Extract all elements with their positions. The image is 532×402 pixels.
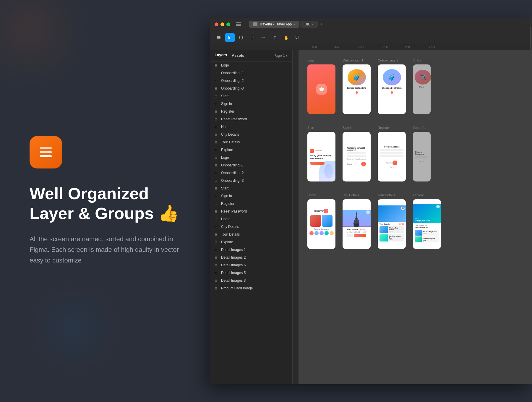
layer-item-detail2[interactable]: ⊞ Detail Images 2 — [210, 254, 292, 261]
layer-item-detail1[interactable]: ⊞ Detail Images 1 — [210, 246, 292, 254]
layer-item-register[interactable]: ⊞ Register — [210, 108, 292, 115]
layer-item-homeb[interactable]: ⊞ Home — [210, 215, 292, 223]
frame-label-onboard3: Onbo... — [413, 59, 424, 62]
layer-name: Start — [221, 186, 228, 190]
canvas-area[interactable]: Logo Onboarding -1 — [293, 50, 532, 384]
frame-start[interactable]: travelm Enjoy your holiday with travelm — [307, 132, 335, 181]
layer-item-city[interactable]: ⊞ City Details — [210, 131, 292, 138]
city-save-btn[interactable] — [347, 234, 353, 237]
frame-tool-btn[interactable] — [236, 33, 246, 42]
sing-card2-price: 1 day — [423, 241, 438, 242]
frame-onboard2[interactable]: 🧳 Choose a Destination — [378, 64, 406, 114]
canvas-content: Logo Onboarding -1 — [299, 50, 532, 384]
frame-tour[interactable]: ✕ Tour Details $3,400 — [378, 199, 406, 249]
layer-item-signinb[interactable]: ⊞ Sign in — [210, 192, 292, 200]
frame-onboard3[interactable]: ✈️ Fly to — [413, 64, 431, 114]
onboard1-text: Explore Destinations — [345, 87, 368, 89]
close-button[interactable] — [215, 22, 218, 26]
layer-item-onboard2[interactable]: ⊞ Onboarding -2 — [210, 77, 292, 85]
assets-tab[interactable]: Assets — [232, 53, 244, 58]
explore-close-btn[interactable] — [436, 205, 440, 208]
select-tool-btn[interactable] — [225, 33, 235, 42]
layer-item-detail5[interactable]: ⊞ Detail Images 5 — [210, 269, 292, 277]
layer-item-cityb[interactable]: ⊞ City Details — [210, 223, 292, 231]
signin-submit-btn[interactable]: › — [361, 162, 366, 166]
layer-item-logo-1[interactable]: ⊞ Logo — [210, 61, 292, 69]
frame-onboard1[interactable]: 🧳 Explore Destinations — [343, 64, 371, 114]
city-book-btn[interactable] — [354, 234, 366, 237]
paris-stat-3: ♡ 1,875 — [361, 231, 366, 233]
frame-home[interactable]: Discover Popular Category — [307, 199, 335, 249]
onboard2-img: 🧳 — [383, 69, 401, 85]
svg-marker-16 — [353, 220, 359, 223]
ruler-mark-3: -3000 — [349, 46, 372, 48]
layer-item-logo-2[interactable]: ⊞ Logo — [210, 154, 292, 161]
figma-main: Layers Assets Page 1 ▾ ⊞ Logo ⊞ Onboardi… — [210, 50, 532, 384]
star-icon: ★ — [347, 231, 348, 233]
maximize-button[interactable] — [226, 22, 230, 26]
grid-icon: ⊞ — [215, 79, 219, 83]
figma-ruler-top: -3500 -3250 -3000 -2750 -2500 -2250 — [210, 44, 532, 50]
layer-item-onboard1[interactable]: ⊞ Onboarding -1 — [210, 69, 292, 77]
frame-reset[interactable]: Reset a Password Send Co... — [413, 132, 431, 181]
figma-tab-uib[interactable]: UIB ▾ — [300, 21, 318, 28]
layer-item-product[interactable]: ⊞ Product Card Image — [210, 284, 292, 292]
layer-item-resetb[interactable]: ⊞ Reset Password — [210, 208, 292, 215]
grid-icon: ⊞ — [215, 64, 219, 67]
paris-info: Paris, France $1,500 ★ 4.9km ⊙ 825,411 — [345, 227, 368, 238]
layer-item-onboard1b[interactable]: ⊞ Onboarding -1 — [210, 161, 292, 169]
text-tool-btn[interactable]: T — [270, 33, 280, 42]
layer-item-signin[interactable]: ⊞ Sign in — [210, 100, 292, 108]
frame-city[interactable]: ✕ Paris, France $1,500 — [343, 199, 371, 249]
signin-options: Remember Forgot Password — [347, 158, 366, 160]
frame-label-tour: Tour Details — [378, 193, 395, 197]
grid-icon: ⊞ — [215, 125, 219, 129]
minimize-button[interactable] — [220, 22, 224, 26]
grid-icon: ⊞ — [215, 256, 219, 260]
frame-register[interactable]: Create Account Register › — [378, 132, 406, 181]
figma-tab-main[interactable]: Travelm - Travel App ▾ — [249, 21, 299, 28]
layers-tab[interactable]: Layers — [215, 53, 227, 58]
layer-item-exploreb[interactable]: ⊞ Explore — [210, 238, 292, 246]
grid-icon: ⊞ — [215, 202, 219, 206]
start-explore-btn[interactable] — [310, 162, 325, 165]
home-icons-row — [309, 231, 334, 235]
menu-toolbar-btn[interactable] — [214, 33, 223, 42]
layer-item-onboard2b[interactable]: ⊞ Onboarding -2 — [210, 169, 292, 177]
layer-item-startb[interactable]: ⊞ Start — [210, 184, 292, 192]
layer-item-registerb[interactable]: ⊞ Register — [210, 200, 292, 208]
sing-card1-info: Marina Bay Sands $500 — [422, 230, 438, 236]
home-icon-4 — [325, 231, 329, 235]
register-submit-btn[interactable]: › — [392, 161, 397, 165]
layer-item-explore[interactable]: ⊞ Explore — [210, 146, 292, 154]
signin-password — [347, 155, 366, 157]
layer-item-reset[interactable]: ⊞ Reset Password — [210, 115, 292, 123]
layer-item-start[interactable]: ⊞ Start — [210, 92, 292, 100]
layer-item-onboard3b[interactable]: ⊞ Onboarding -3 — [210, 177, 292, 184]
layer-item-home[interactable]: ⊞ Home — [210, 123, 292, 131]
layer-item-onboard3[interactable]: ⊞ Onboarding -3 — [210, 85, 292, 92]
home-discover-text: Discover — [314, 210, 324, 212]
figma-menu-icon[interactable] — [236, 21, 242, 27]
frame-explore[interactable]: Go To Singapore City Type of Attraction … — [413, 199, 441, 249]
paris-stat-1: ★ 4.9km — [347, 231, 352, 233]
tour-close-btn[interactable]: ✕ — [401, 207, 405, 210]
layer-item-detail6[interactable]: ⊞ Detail Images 6 — [210, 261, 292, 269]
comment-tool-btn[interactable] — [293, 33, 302, 42]
svg-text:✕: ✕ — [367, 211, 369, 213]
frame-signin[interactable]: Welcome to world explorer! Remember Forg… — [343, 132, 371, 181]
logo-inner — [316, 84, 327, 95]
frame-logo[interactable] — [307, 64, 335, 114]
pen-tool-btn[interactable]: ✏ — [259, 33, 268, 42]
start-logo-text: travelm — [315, 150, 322, 152]
register-actions: Register › — [386, 161, 397, 165]
tour-card1-img — [379, 226, 388, 233]
ruler-mark-5: -2500 — [396, 46, 420, 48]
tour-price: $3,400 — [399, 223, 404, 225]
add-tab-button[interactable]: + — [320, 21, 323, 27]
shape-tool-btn[interactable] — [248, 33, 257, 42]
layer-item-detail3[interactable]: ⊞ Detail Images 3 — [210, 277, 292, 284]
hand-tool-btn[interactable]: ✋ — [281, 33, 291, 42]
layer-item-tourb[interactable]: ⊞ Tour Details — [210, 231, 292, 238]
layer-item-tour[interactable]: ⊞ Tour Details — [210, 138, 292, 146]
